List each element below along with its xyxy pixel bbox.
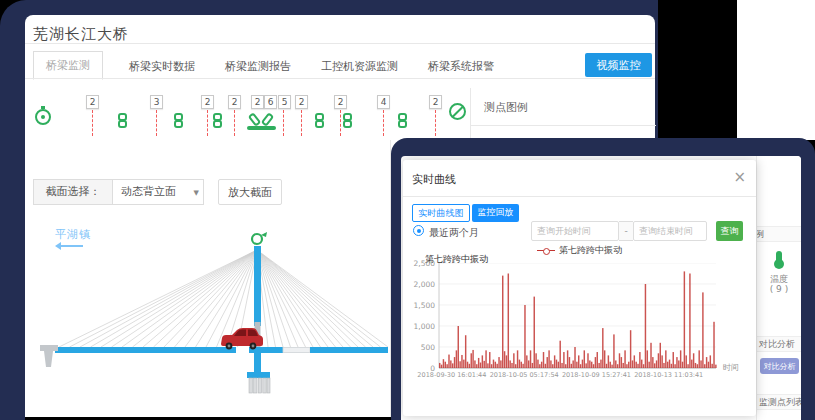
chart-bar[interactable] (561, 363, 562, 368)
chart-bar[interactable] (593, 364, 594, 368)
chart-bar[interactable] (550, 360, 551, 368)
chart-bar[interactable] (467, 362, 468, 368)
chart-bar[interactable] (658, 353, 659, 368)
chart-bar[interactable] (569, 357, 570, 368)
chart-bar[interactable] (574, 347, 575, 368)
chart-bar[interactable] (617, 364, 618, 368)
chart-bar[interactable] (559, 341, 560, 368)
chart-bar[interactable] (585, 363, 586, 368)
chart-bar[interactable] (446, 364, 447, 368)
chart-bar[interactable] (711, 364, 712, 368)
tab-monitor-playback[interactable]: 监控回放 (472, 204, 519, 222)
chart-bar[interactable] (656, 360, 657, 368)
chart-bar[interactable] (660, 343, 661, 368)
chart-bar[interactable] (710, 355, 711, 368)
chart-bar[interactable] (471, 353, 472, 368)
chart-bar[interactable] (556, 360, 557, 368)
chart-bar[interactable] (532, 363, 533, 368)
chain-sensor-icon[interactable] (118, 113, 128, 128)
chart-bar[interactable] (526, 355, 527, 368)
sensor-count-badge[interactable]: 2 (228, 95, 241, 109)
chart-bar[interactable] (689, 274, 690, 369)
chart-bar[interactable] (641, 360, 642, 368)
sensor-count-badge[interactable]: 6 (264, 95, 277, 109)
chart-bar[interactable] (634, 355, 635, 368)
chart-bar[interactable] (522, 364, 523, 368)
chart-bar[interactable] (704, 364, 705, 368)
chart-bar[interactable] (445, 362, 446, 368)
chart-bar[interactable] (669, 360, 670, 368)
chart-bar[interactable] (534, 297, 535, 368)
chart-bar[interactable] (443, 359, 444, 368)
chart-bar[interactable] (650, 343, 651, 368)
no-entry-icon[interactable] (449, 103, 466, 120)
chart-bar[interactable] (572, 360, 573, 368)
chart-bar[interactable] (558, 362, 559, 368)
chart-bar[interactable] (491, 364, 492, 368)
chart-bar[interactable] (530, 350, 531, 368)
chart-bar[interactable] (595, 357, 596, 368)
sensor-count-badge[interactable]: 2 (201, 95, 214, 109)
chart-bar[interactable] (663, 363, 664, 368)
chart-bar[interactable] (582, 360, 583, 368)
chain-sensor-icon[interactable] (398, 113, 408, 128)
chart-bar[interactable] (674, 364, 675, 368)
chart-bar[interactable] (539, 364, 540, 368)
chart-bar[interactable] (606, 364, 607, 368)
chart-bar[interactable] (619, 353, 620, 368)
section-select[interactable]: 动态背立面 ▼ (112, 179, 204, 205)
chart-bar[interactable] (597, 352, 598, 368)
chart-bar[interactable] (589, 360, 590, 368)
chart-bar[interactable] (628, 362, 629, 368)
chart-bar[interactable] (680, 350, 681, 368)
chart-bar[interactable] (685, 355, 686, 368)
chart-bar[interactable] (452, 363, 453, 368)
chart-bar[interactable] (682, 362, 683, 368)
chart-bar[interactable] (508, 274, 509, 369)
chart-bar[interactable] (543, 352, 544, 368)
chart-bar[interactable] (528, 360, 529, 368)
sensor-count-badge[interactable]: 2 (86, 95, 99, 109)
chart-bar[interactable] (485, 350, 486, 368)
chart-bar[interactable] (697, 364, 698, 368)
chart-bar[interactable] (611, 365, 612, 368)
thermometer-icon[interactable] (776, 251, 782, 264)
chart-bar[interactable] (584, 350, 585, 368)
chart-bar[interactable] (439, 363, 440, 368)
chart-bar[interactable] (571, 364, 572, 368)
chart-bar[interactable] (456, 350, 457, 368)
chart-bar[interactable] (600, 360, 601, 368)
chart-bar[interactable] (517, 350, 518, 368)
chart-bar[interactable] (552, 364, 553, 368)
chart-bar[interactable] (622, 363, 623, 368)
sensor-count-badge[interactable]: 2 (295, 95, 308, 109)
chart-bar[interactable] (587, 353, 588, 368)
chart-bar[interactable] (578, 355, 579, 368)
zoom-section-button[interactable]: 放大截面 (218, 179, 282, 205)
chart-bar[interactable] (702, 292, 703, 368)
chart-bar[interactable] (615, 360, 616, 368)
chart-bar[interactable] (643, 364, 644, 368)
chart-bar[interactable] (652, 357, 653, 368)
chart-bar[interactable] (673, 352, 674, 368)
chart-bar[interactable] (521, 362, 522, 368)
chart-bar[interactable] (604, 350, 605, 368)
chart-bar[interactable] (645, 284, 646, 368)
chart-bar[interactable] (454, 357, 455, 368)
chart-bar[interactable] (535, 353, 536, 368)
chart-bar[interactable] (626, 364, 627, 368)
chart-bar[interactable] (567, 350, 568, 368)
chart-bar[interactable] (469, 364, 470, 368)
chart-bar[interactable] (608, 355, 609, 368)
chart-bar[interactable] (541, 362, 542, 368)
chart-bar[interactable] (713, 322, 714, 368)
chart-bar[interactable] (458, 326, 459, 368)
chart-bar[interactable] (671, 364, 672, 368)
chart-bar[interactable] (708, 362, 709, 368)
chart-bar[interactable] (474, 360, 475, 368)
chart-bar[interactable] (504, 351, 505, 368)
chart-bar[interactable] (500, 360, 501, 368)
chart-bar[interactable] (665, 350, 666, 368)
chart-bar[interactable] (478, 358, 479, 368)
chart-bar[interactable] (463, 360, 464, 368)
